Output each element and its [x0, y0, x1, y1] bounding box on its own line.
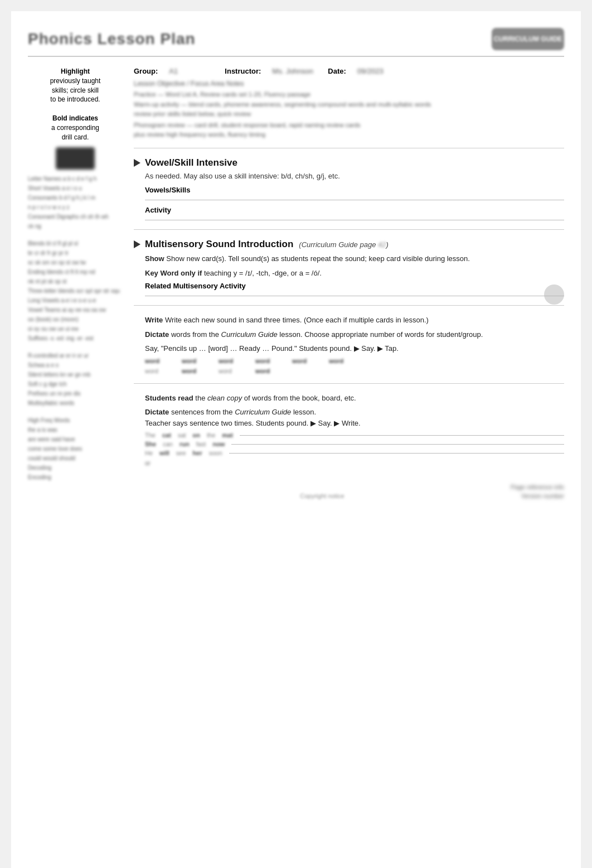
sent3-word4: her	[193, 450, 202, 456]
sidebar-item-22: Prefixes un re pre dis	[28, 390, 123, 397]
sidebar: Highlight previously taught skills; circ…	[28, 67, 123, 499]
page-header: Phonics Lesson Plan CURRICULUM GUIDE	[28, 28, 564, 57]
form-group-row: Group: A1 Instructor: Ms. Johnson Date: …	[134, 67, 564, 75]
sidebar-item-18: R-controlled ar er ir or ur	[28, 352, 123, 359]
logo: CURRICULUM GUIDE	[492, 28, 564, 50]
sentence-row-3: He will see her soon	[145, 450, 564, 456]
date-label: Date:	[328, 67, 346, 75]
sidebar-item-23: Multisyllabic words	[28, 399, 123, 407]
content-area: Group: A1 Instructor: Ms. Johnson Date: …	[134, 67, 564, 499]
sidebar-item-27: come some love does	[28, 445, 123, 452]
dictate-sentences-text: Dictate sentences from the Curriculum Gu…	[145, 407, 564, 428]
sidebar-item-20: Silent letters kn wr gn mb	[28, 371, 123, 378]
word-cell-4: word	[255, 358, 283, 364]
sentence-line-3	[229, 453, 564, 454]
sidebar-item-13: Long Vowels a-e i-e o-e u-e	[28, 297, 123, 304]
page-label: page	[360, 240, 376, 249]
sidebar-item-5: Consonant Digraphs ch sh th wh	[28, 213, 123, 220]
word-cell-6: word	[329, 358, 357, 364]
cursor-bubble	[544, 284, 564, 305]
word-cell-9: word	[219, 368, 246, 374]
form-line-1: Practice — Word List A, Review cards set…	[134, 91, 564, 98]
footer-center: Copyright notice	[300, 493, 344, 499]
students-read-text: Students read the clean copy of words fr…	[145, 393, 564, 404]
word-cell-8: word	[182, 368, 210, 374]
corresponding-text: a corresponding	[51, 124, 99, 132]
dictate-sentences-bold: Dictate	[145, 408, 169, 416]
sidebar-item-4: n p r s t v w x y z	[28, 204, 123, 211]
sent1-word1: The	[145, 432, 156, 438]
section1-subtitle: As needed. May also use a skill intensiv…	[145, 172, 564, 180]
sidebar-item-21: Soft c g dge tch	[28, 380, 123, 388]
sent1-word2: cat	[162, 432, 171, 438]
sidebar-item-1: Letter Names a b c d e f g h	[28, 175, 123, 182]
previously-taught-text: previously taught	[50, 77, 101, 85]
sidebar-item-19: Schwa a e o	[28, 361, 123, 369]
main-layout: Highlight previously taught skills; circ…	[28, 67, 564, 499]
say-text: Say, "Pencils up … [word] … Ready … Poun…	[145, 343, 564, 354]
write-bold: Write	[145, 316, 163, 324]
dictate-bold: Dictate	[145, 330, 169, 339]
sidebar-instructions: Highlight previously taught skills; circ…	[28, 67, 123, 142]
footer: Copyright notice Page reference info Ver…	[134, 484, 564, 499]
sentence-row-1: The cat sat on the mat	[145, 432, 564, 438]
form-line-2: Warm-up activity — blend cards, phoneme …	[134, 100, 564, 118]
related-label: Related Multisensory Activity	[145, 282, 564, 290]
sent3-word2: will	[159, 450, 169, 456]
page: Phonics Lesson Plan CURRICULUM GUIDE Hig…	[11, 11, 581, 868]
vowels-label: Vowels/Skills	[145, 186, 564, 194]
ms-header-row: Multisensory Sound Introduction (Curricu…	[145, 239, 389, 250]
footer-right: Page reference info Version number	[511, 484, 564, 499]
sent3-word3: see	[176, 450, 186, 456]
drill-card-text: drill card.	[62, 133, 89, 141]
sidebar-item-29: Decoding	[28, 464, 123, 471]
activity-label: Activity	[145, 206, 564, 214]
section1-header: Vowel/Skill Intensive	[134, 157, 564, 168]
sidebar-item-10: Ending blends ct ft lt mp nd	[28, 268, 123, 276]
divider-3	[134, 305, 564, 306]
word-cell-2: word	[182, 358, 210, 364]
sent1-word3: sat	[178, 432, 186, 438]
form-line-3: Phonogram review — card drill, student r…	[134, 120, 564, 139]
section2-arrow	[134, 240, 140, 248]
sidebar-item-12: Three-letter blends scr spl spr str squ	[28, 287, 123, 295]
page-number: 42	[378, 240, 386, 249]
key-word-text: Key Word only if teaching y = /ɪ/, -tch,…	[145, 268, 564, 279]
sidebar-item-26: are were said have	[28, 436, 123, 443]
date-value: 09/2023	[357, 67, 402, 75]
vowels-line	[145, 197, 564, 200]
section2-title: Multisensory Sound Introduction	[145, 239, 293, 250]
sent3-word5: soon	[209, 450, 222, 456]
sentence-row-2: She can run fast now	[145, 441, 564, 447]
sidebar-item-24: High Freq Words	[28, 417, 123, 424]
footer-right-bottom: Version number	[511, 493, 564, 499]
show-text: Show Show new card(s). Tell sound(s) as …	[145, 253, 564, 264]
show-bold: Show	[145, 254, 164, 263]
sent2-word5: now	[212, 441, 225, 447]
students-read-bold: Students read	[145, 394, 193, 402]
group-value: A1	[169, 67, 213, 75]
word-grid-row1: word word word word word word	[145, 358, 564, 364]
section2-header: Multisensory Sound Introduction (Curricu…	[134, 239, 564, 250]
divider-1	[134, 148, 564, 148]
introduce-text: to be introduced.	[50, 95, 100, 103]
sidebar-item-16: oi oy ou ow ue ui ew	[28, 325, 123, 332]
write-text: Write Write each new sound in sand three…	[145, 315, 564, 326]
highlight-label: Highlight	[61, 67, 90, 75]
word-cell-1: word	[145, 358, 173, 364]
sidebar-item-2: Short Vowels a e i o u	[28, 185, 123, 192]
sent2-word1: She	[145, 441, 156, 447]
footer-right-top: Page reference info	[511, 484, 564, 490]
form-sub-line: Lesson Objective / Focus Area Notes	[134, 80, 564, 88]
sidebar-item-8: br cr dr fr gr pr tr	[28, 249, 123, 257]
sidebar-item-28: could would should	[28, 455, 123, 462]
sidebar-item-30: Encoding	[28, 474, 123, 481]
related-line	[145, 293, 564, 296]
sidebar-item-15: oo (book) oo (moon)	[28, 316, 123, 323]
divider-2	[134, 229, 564, 230]
sent1-word5: the	[207, 432, 215, 438]
sent2-word2: can	[163, 441, 173, 447]
sidebar-item-14: Vowel Teams ai ay ee ea oa ow	[28, 306, 123, 314]
sent2-word3: run	[179, 441, 190, 447]
sidebar-item-6: ck ng	[28, 223, 123, 230]
